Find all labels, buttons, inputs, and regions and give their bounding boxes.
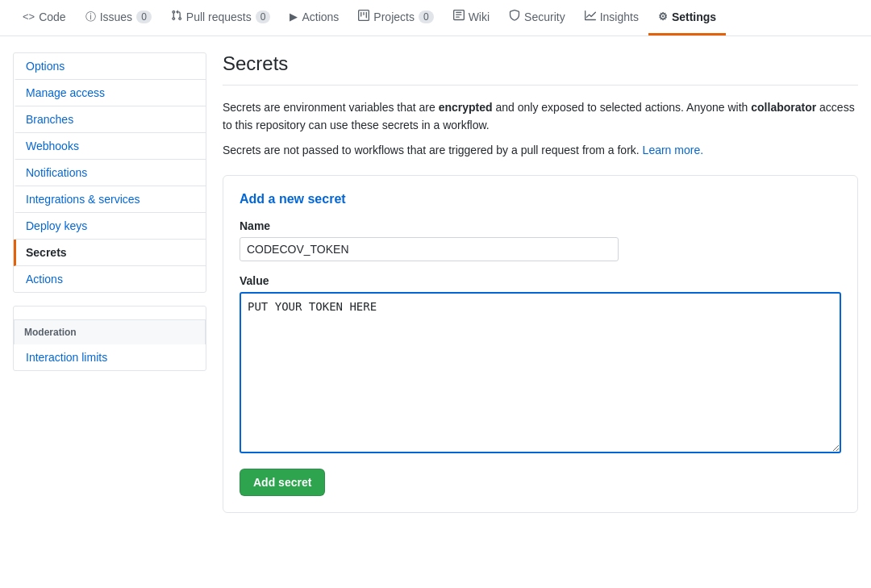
sidebar-item-interaction-limits[interactable]: Interaction limits [14,344,206,370]
sidebar-main-section: Options Manage access Branches Webhooks … [13,52,206,293]
nav-security[interactable]: Security [499,0,575,35]
sidebar-item-manage-access[interactable]: Manage access [14,80,206,106]
page-title: Secrets [223,52,858,85]
wiki-icon [453,10,465,23]
sidebar-item-options[interactable]: Options [14,53,206,80]
nav-settings[interactable]: ⚙ Settings [648,0,726,35]
sidebar-item-webhooks[interactable]: Webhooks [14,133,206,160]
sidebar-item-notifications[interactable]: Notifications [14,160,206,186]
value-label: Value [240,274,841,287]
nav-insights[interactable]: Insights [575,0,648,35]
code-icon: <> [23,10,35,23]
add-secret-card: Add a new secret Name Value PUT YOUR TOK… [223,175,858,513]
value-field-group: Value PUT YOUR TOKEN HERE [240,274,841,456]
sidebar-item-secrets[interactable]: Secrets [14,240,206,266]
pr-icon [171,10,182,23]
name-field-group: Name [240,219,841,261]
moderation-header: Moderation [14,319,206,344]
settings-icon: ⚙ [658,10,668,23]
insights-icon [585,10,596,23]
main-content: Secrets Secrets are environment variable… [223,52,858,513]
nav-pull-requests[interactable]: Pull requests 0 [161,0,281,35]
projects-icon [358,10,369,23]
page-layout: Options Manage access Branches Webhooks … [0,36,871,529]
name-input[interactable] [240,237,619,261]
actions-icon: ▶ [290,10,298,23]
nav-issues[interactable]: ⓘ Issues 0 [76,0,161,35]
sidebar-item-integrations-services[interactable]: Integrations & services [14,186,206,213]
nav-actions[interactable]: ▶ Actions [280,0,348,35]
issues-badge: 0 [136,10,152,23]
security-icon [509,10,520,23]
top-navigation: <> Code ⓘ Issues 0 Pull requests 0 ▶ Act… [0,0,871,36]
name-label: Name [240,219,841,232]
sidebar-item-deploy-keys[interactable]: Deploy keys [14,213,206,240]
add-new-secret-title[interactable]: Add a new secret [240,192,841,206]
nav-projects[interactable]: Projects 0 [348,0,443,35]
sidebar-item-actions[interactable]: Actions [14,266,206,292]
projects-badge: 0 [419,10,434,23]
nav-wiki[interactable]: Wiki [444,0,499,35]
page-description: Secrets are environment variables that a… [223,98,858,159]
sidebar-moderation-section: Moderation Interaction limits [13,306,206,371]
sidebar-item-branches[interactable]: Branches [14,106,206,133]
add-secret-button[interactable]: Add secret [240,469,325,496]
sidebar: Options Manage access Branches Webhooks … [13,52,206,513]
nav-code[interactable]: <> Code [13,0,76,35]
value-textarea[interactable]: PUT YOUR TOKEN HERE [240,292,841,453]
learn-more-link[interactable]: Learn more. [643,144,703,156]
issues-icon: ⓘ [85,10,96,24]
pr-badge: 0 [256,10,271,23]
